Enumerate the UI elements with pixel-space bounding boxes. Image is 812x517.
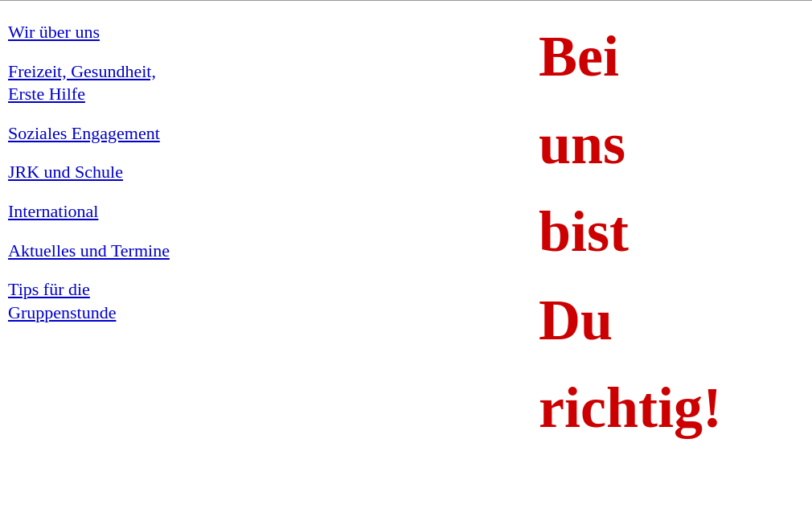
nav-link-freizeit[interactable]: Freizeit, Gesundheit, Erste Hilfe <box>4 52 173 114</box>
slogan-word: Bei <box>539 13 812 101</box>
nav-link-tips[interactable]: Tips für die Gruppenstunde <box>4 270 173 332</box>
nav-link-jrk-schule[interactable]: JRK und Schule <box>4 153 173 192</box>
nav-link-international[interactable]: International <box>4 192 173 232</box>
slogan-word: uns <box>539 101 812 188</box>
nav-link-aktuelles[interactable]: Aktuelles und Termine <box>4 232 173 271</box>
navigation: Wir über unsFreizeit, Gesundheit, Erste … <box>0 13 177 517</box>
slogan-word: richtig! <box>539 364 812 452</box>
slogan-word: Du <box>539 277 812 364</box>
nav-link-soziales[interactable]: Soziales Engagement <box>4 114 173 154</box>
slogan-word: bist <box>539 188 812 276</box>
slogan-area: BeiunsbistDurichtig! <box>177 13 812 517</box>
nav-link-wir-ueber-uns[interactable]: Wir über uns <box>4 13 173 52</box>
